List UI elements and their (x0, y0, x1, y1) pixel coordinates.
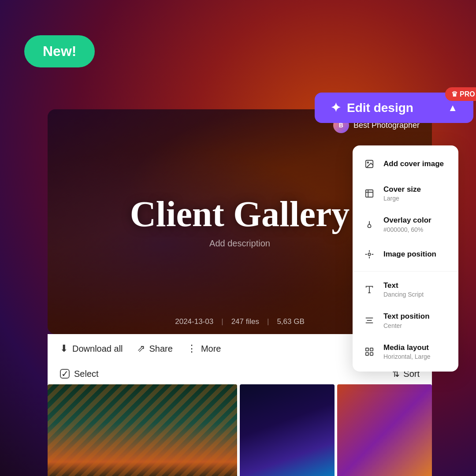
svg-rect-2 (366, 190, 373, 197)
svg-point-1 (367, 162, 368, 163)
footer-sep-2: | (267, 317, 269, 326)
menu-item-text-content: Text Dancing Script (383, 281, 449, 298)
download-icon: ⬇ (60, 343, 68, 354)
photo-1-content (48, 384, 237, 476)
align-icon (362, 313, 376, 327)
menu-item-text[interactable]: Text Dancing Script (353, 274, 458, 305)
share-button[interactable]: ⇗ Share (137, 343, 173, 354)
menu-item-image-pos-label: Image position (383, 250, 449, 259)
svg-rect-11 (366, 353, 368, 355)
svg-rect-9 (366, 348, 368, 351)
menu-divider-1 (353, 271, 458, 271)
menu-item-cover-size-label: Cover size (383, 185, 449, 194)
sparkle-icon: ✦ (331, 100, 341, 115)
menu-item-text-sublabel: Dancing Script (383, 291, 449, 298)
photo-item-1[interactable] (48, 384, 237, 476)
pro-badge: ♛ PRO (445, 87, 476, 101)
select-checkbox: ✓ (60, 369, 70, 379)
photo-2-content (240, 384, 335, 476)
menu-item-cover-size-content: Cover size Large (383, 185, 449, 202)
menu-item-add-cover-label: Add cover image (383, 160, 449, 168)
crown-icon: ♛ (451, 90, 457, 98)
photo-grid (48, 384, 432, 476)
svg-rect-10 (370, 348, 373, 351)
menu-item-text-label: Text (383, 281, 449, 290)
menu-item-media-layout-content: Media layout Horizontal, Large (383, 343, 449, 360)
menu-item-media-layout-sublabel: Horizontal, Large (383, 353, 449, 360)
menu-item-image-position[interactable]: Image position (353, 240, 458, 268)
more-button[interactable]: ⋮ More (187, 343, 221, 354)
menu-item-add-cover-content: Add cover image (383, 160, 449, 168)
footer-sep-1: | (221, 317, 223, 326)
photo-item-3[interactable] (337, 384, 432, 476)
menu-item-cover-size-sublabel: Large (383, 195, 449, 202)
menu-item-text-pos-content: Text position Center (383, 312, 449, 329)
menu-item-overlay-sublabel: #000000, 60% (383, 226, 449, 233)
gallery-date: 2024-13-03 (175, 317, 213, 326)
photo-3-content (337, 384, 432, 476)
text-icon (362, 283, 376, 297)
dots-icon: ⋮ (187, 343, 197, 354)
select-button[interactable]: ✓ Select (60, 369, 99, 379)
gallery-files: 247 files (231, 317, 259, 326)
download-all-button[interactable]: ⬇ Download all (60, 343, 123, 354)
share-icon: ⇗ (137, 343, 145, 354)
brush-icon (362, 218, 376, 232)
menu-item-add-cover-image[interactable]: Add cover image (353, 150, 458, 178)
image-icon (362, 157, 376, 171)
menu-item-text-pos-sublabel: Center (383, 322, 449, 329)
menu-item-overlay-content: Overlay color #000000, 60% (383, 216, 449, 233)
chevron-up-icon: ▲ (448, 102, 457, 114)
menu-item-text-pos-label: Text position (383, 312, 449, 321)
gallery-size: 5,63 GB (277, 317, 304, 326)
edit-design-dropdown: Add cover image Cover size Large Overlay… (353, 145, 458, 372)
photo-item-2[interactable] (240, 384, 335, 476)
menu-item-media-layout[interactable]: Media layout Horizontal, Large (353, 336, 458, 367)
resize-icon (362, 186, 376, 201)
menu-item-media-layout-label: Media layout (383, 343, 449, 352)
menu-item-text-position[interactable]: Text position Center (353, 305, 458, 336)
menu-item-cover-size[interactable]: Cover size Large (353, 178, 458, 209)
new-badge: New! (24, 35, 95, 67)
menu-item-image-pos-content: Image position (383, 250, 449, 259)
svg-point-3 (368, 253, 371, 256)
position-icon (362, 247, 376, 261)
menu-item-overlay-label: Overlay color (383, 216, 449, 225)
menu-item-overlay-color[interactable]: Overlay color #000000, 60% (353, 209, 458, 240)
grid-icon (362, 345, 376, 359)
svg-rect-12 (370, 353, 373, 355)
